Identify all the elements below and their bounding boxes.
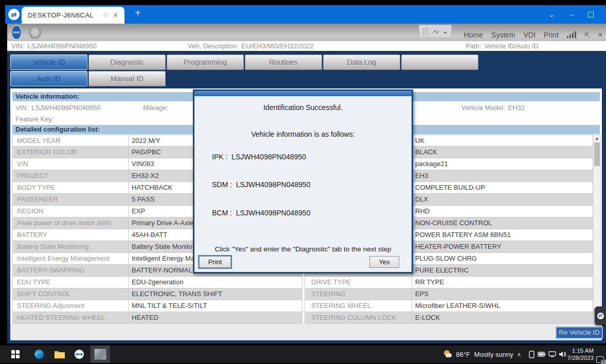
config-label: EXTERIOR COLOR xyxy=(12,147,128,158)
config-value: EPS xyxy=(412,288,593,300)
menu-item-print[interactable]: Print xyxy=(544,31,559,39)
main-tabs: Vehicle IDDiagnosticProgrammingRoutinesD… xyxy=(10,54,478,70)
tab-blank[interactable] xyxy=(401,54,478,70)
config-label: EDU TYPE xyxy=(12,277,128,288)
config-label: Intelligent Energy Management xyxy=(12,253,128,265)
config-label: STEERING COLUMN LOCK xyxy=(305,312,412,324)
close-app-icon[interactable]: ✕ xyxy=(598,31,603,39)
menu-item-system[interactable]: System xyxy=(491,31,515,39)
saic-logo: SAIC xyxy=(11,25,22,40)
config-label: Battery State Monitoring xyxy=(12,241,128,253)
weather-widget[interactable]: 86°F Mostly sunny xyxy=(442,345,514,363)
vin-label: VIN: xyxy=(11,42,24,50)
scrollbar-thumb[interactable] xyxy=(594,142,600,166)
dialog-item-ipk: IPK : LSJWH4098PN048950 xyxy=(212,153,306,161)
teamviewer-grip[interactable]: ↗↙ ⌄ xyxy=(419,25,452,38)
tab-vehicle-id[interactable]: Vehicle ID xyxy=(10,54,87,70)
scroll-up-icon[interactable]: ▲ xyxy=(594,136,600,141)
teamviewer-edge-grip[interactable]: ⇄ xyxy=(595,306,606,325)
notification-icon: 13 xyxy=(596,356,604,363)
config-label: PROJECT xyxy=(12,170,128,182)
battery-icon[interactable] xyxy=(536,345,547,363)
path-value: Vehicle ID/Auto ID xyxy=(484,42,539,50)
favorite-star-icon[interactable]: ☆ xyxy=(102,11,109,19)
config-value: POWER BATTERY ASM 6BN51 xyxy=(412,229,593,241)
menu-item-home[interactable]: Home xyxy=(464,31,483,39)
config-label: STEERING xyxy=(305,288,412,300)
config-label: BATTERY-SWAPPING xyxy=(12,265,128,277)
config-value: EH3 xyxy=(412,170,593,182)
config-value: RHD xyxy=(412,206,593,217)
config-label: REGION xyxy=(12,206,128,217)
weather-icon xyxy=(443,350,452,358)
config-label: VIN xyxy=(12,158,128,170)
vehicle-info-bar: VIN:LSJWH4098PN048950 Veh. Description:E… xyxy=(7,41,606,51)
taskbar: 86°F Mostly sunny ∧ 1:15 AM 7/28/2023 13 xyxy=(0,345,606,363)
chevron-down-icon[interactable]: ⌄ xyxy=(543,5,560,24)
screen: ⇄ DESKTOP-J6N6CAL ☆ ✕ + ⌄ – ✕ SAIC ↗↙ ⌄ … xyxy=(0,0,606,364)
config-label: STEERING WHEEL xyxy=(305,300,412,312)
table-row: SHIFT CONTROLELECTRONIC, TRANS SHIFTSTEE… xyxy=(12,288,593,300)
print-button[interactable]: Print xyxy=(199,256,231,268)
tab-data-log[interactable]: Data Log xyxy=(323,54,400,70)
notification-badge: 13 xyxy=(600,359,606,364)
dialog-title: Identification Successful. xyxy=(194,103,412,112)
close-window-button[interactable]: ✕ xyxy=(600,5,606,24)
minimize-button[interactable]: – xyxy=(564,5,580,24)
table-row: STEERING AdjusmentMNL TILT & TELE-S/TILT… xyxy=(12,300,593,312)
connection-icon[interactable]: ⇱ xyxy=(584,31,590,39)
config-label: DRIVE TYPE xyxy=(305,277,412,288)
yes-button[interactable]: Yes xyxy=(369,256,399,268)
file-explorer-icon[interactable] xyxy=(49,345,70,363)
tab-programming[interactable]: Programming xyxy=(167,54,244,70)
tab-routines[interactable]: Routines xyxy=(245,54,322,70)
clock[interactable]: 1:15 AM 7/28/2023 xyxy=(565,345,594,363)
phone-icon[interactable] xyxy=(526,345,537,363)
new-tab-button[interactable]: + xyxy=(135,7,141,19)
vehicle-model-label: Vehicle Model: xyxy=(461,104,505,112)
mileage-label: Mileage: xyxy=(143,104,168,112)
close-tab-icon[interactable]: ✕ xyxy=(113,11,118,19)
re-vehicle-id-button[interactable]: Re Vehicle ID xyxy=(556,326,603,339)
app-toolbar: SAIC ↗↙ ⌄ HomeSystemVDIPrint ⇱ ✕ xyxy=(7,24,606,41)
veh-description-label: Veh. Description: xyxy=(188,42,238,50)
subtab-auto-id[interactable]: Auto ID xyxy=(10,71,87,86)
config-value: RR TYPE xyxy=(412,277,593,288)
config-value: package21 xyxy=(412,158,593,170)
mg-logo xyxy=(29,26,41,39)
identification-dialog: Identification Successful. Vehicle infor… xyxy=(193,89,413,274)
tray-chevron-icon[interactable]: ∧ xyxy=(513,345,525,363)
network-icon[interactable] xyxy=(546,345,558,363)
action-center-button[interactable]: 13 xyxy=(593,351,606,364)
config-label: MODEL YEAR xyxy=(12,135,128,147)
dialog-subtitle: Vehicle information is as follows: xyxy=(194,130,412,138)
teamviewer-taskbar-icon[interactable] xyxy=(69,345,90,363)
expand-icon: ↗↙ xyxy=(432,29,440,34)
table-scrollbar[interactable]: ▲ ▼ xyxy=(593,135,601,324)
config-label: SHIFT CONTROL xyxy=(12,288,128,300)
maximize-button[interactable] xyxy=(582,5,599,24)
toolbar-menu: HomeSystemVDIPrint ⇱ ✕ xyxy=(464,31,603,39)
session-tab[interactable]: DESKTOP-J6N6CAL ☆ ✕ xyxy=(22,7,124,24)
vehicle-model-value: EH32 xyxy=(508,104,525,112)
teamviewer-titlebar: ⇄ DESKTOP-J6N6CAL ☆ ✕ + ⌄ – ✕ xyxy=(5,5,606,24)
edge-browser-icon[interactable] xyxy=(29,345,49,363)
dialog-footer-text: Click "Yes" and enter the "Diagnostic" t… xyxy=(194,245,412,253)
table-row: HEATED STEERING WHEELHEATEDSTEERING COLU… xyxy=(12,312,593,324)
vi-vin-value: LSJWH4098PN048950 xyxy=(31,104,100,112)
table-row: EDU TYPEEDU-2generationDRIVE TYPERR TYPE xyxy=(12,277,593,288)
tab-diagnostic[interactable]: Diagnostic xyxy=(88,54,166,70)
start-button[interactable] xyxy=(5,345,26,363)
config-value: MNL TILT & TELE-S/TILT xyxy=(128,300,302,312)
drag-dots-icon xyxy=(422,28,429,35)
menu-item-vdi[interactable]: VDI xyxy=(524,31,536,39)
active-app-button[interactable] xyxy=(91,345,110,363)
config-value: UK xyxy=(412,135,593,147)
config-value: Microfiber LEATHER-S/WHL xyxy=(412,300,593,312)
subtab-manual-id[interactable]: Manual ID xyxy=(88,71,166,86)
weather-desc: Mostly sunny xyxy=(474,351,513,358)
config-value: PLUG-SLOW CHRG xyxy=(412,253,593,265)
clock-time: 1:15 AM xyxy=(572,347,594,354)
config-value: DLX xyxy=(412,194,593,206)
config-value: HEATER-POWER BATTERY xyxy=(412,241,593,253)
